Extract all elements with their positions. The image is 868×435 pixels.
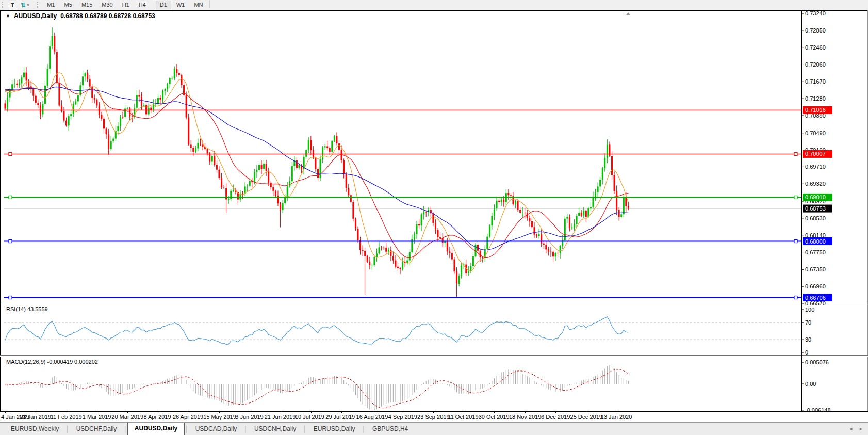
timeframe-button-w1[interactable]: W1 <box>172 1 189 9</box>
timeframe-button-m1[interactable]: M1 <box>43 1 59 9</box>
rsi-scale-label: 100 <box>805 307 814 313</box>
time-tick-label: 20 Mar 2019 <box>111 414 143 420</box>
chart-collapse-icon[interactable]: ▼ <box>6 13 10 19</box>
time-tick-label: 4 Sep 2019 <box>388 414 417 420</box>
rsi-scale-label: 0 <box>805 349 808 356</box>
hline-handle[interactable] <box>794 296 797 299</box>
svg-text:0.71016: 0.71016 <box>805 107 826 113</box>
time-tick <box>250 412 250 413</box>
chart-tab-bar: EURUSD,Weekly│USDCHF,Daily│AUDUSD,Daily│… <box>0 422 868 435</box>
time-tick-label: 11 Oct 2019 <box>448 414 478 420</box>
timeframe-button-m30[interactable]: M30 <box>97 1 117 9</box>
tab-scroll-right-icon[interactable]: ► <box>859 426 863 431</box>
time-tick <box>494 412 495 413</box>
time-tick <box>464 412 464 413</box>
toolbar-separator <box>34 1 34 9</box>
text-tool-button[interactable]: T <box>8 1 17 9</box>
chart-tab-eurusd-daily[interactable]: EURUSD,Daily <box>307 423 362 435</box>
chart-tab-usdcad-daily[interactable]: USDCAD,Daily <box>189 423 244 435</box>
hline-handle[interactable] <box>9 152 12 155</box>
price-tick-label: 0.68140 <box>805 232 826 238</box>
price-tick-label: 0.72850 <box>805 27 826 34</box>
time-tick <box>403 412 403 413</box>
timeframe-button-d1[interactable]: D1 <box>156 1 171 9</box>
time-tick-label: 26 Apr 2019 <box>173 414 203 420</box>
time-tick <box>341 412 342 413</box>
price-tick-label: 0.68530 <box>805 215 826 221</box>
hline-handle[interactable] <box>794 196 797 199</box>
timeframe-button-m15[interactable]: M15 <box>77 1 96 9</box>
timeframe-button-h4[interactable]: H4 <box>135 1 150 9</box>
time-tick <box>617 412 617 413</box>
hline-handle[interactable] <box>794 152 797 155</box>
time-tick-label: 18 Nov 2019 <box>509 414 541 420</box>
rsi-label: RSI(14) 43.5559 <box>6 306 48 312</box>
price-tick-label: 0.69710 <box>805 164 826 170</box>
price-tick-label: 0.72460 <box>805 44 826 51</box>
toolbar-separator <box>153 1 153 8</box>
tab-separator: │ <box>362 425 366 433</box>
chevron-down-icon: ▾ <box>27 3 29 7</box>
chart-canvas[interactable]: RSI(14) 43.5559MACD(12,26,9) -0.000419 0… <box>0 10 868 411</box>
chart-tab-usdcnh-daily[interactable]: USDCNH,Daily <box>248 423 303 435</box>
price-tick-label: 0.72060 <box>805 61 826 68</box>
hline-handle[interactable] <box>9 196 12 199</box>
time-tick-label: 11 Feb 2019 <box>51 414 82 420</box>
timeframe-button-mn[interactable]: MN <box>190 1 207 9</box>
time-tick <box>372 412 372 413</box>
hline-price-tag: 0.71016 <box>803 106 832 114</box>
time-tick <box>189 412 189 413</box>
svg-text:0.68000: 0.68000 <box>805 238 826 245</box>
price-tick-label: 0.66960 <box>805 283 826 289</box>
chart-quote-values: 0.68788 0.68789 0.68728 0.68753 <box>60 12 155 20</box>
price-tick-label: 0.67750 <box>805 249 826 255</box>
time-tick <box>525 412 526 413</box>
time-tick <box>433 412 434 413</box>
svg-text:0.68753: 0.68753 <box>805 205 826 212</box>
time-tick-label: 6 Dec 2019 <box>541 414 570 420</box>
hline-price-tag: 0.69010 <box>803 194 832 201</box>
timeframe-button-m5[interactable]: M5 <box>60 1 76 9</box>
price-tick-label: 0.73240 <box>805 10 826 17</box>
svg-text:0.69010: 0.69010 <box>805 194 826 200</box>
chart-tab-gbpusd-h4[interactable]: GBPUSD,H4 <box>366 423 415 435</box>
toolbar-grip[interactable] <box>2 2 5 8</box>
time-tick-label: 25 Dec 2019 <box>570 414 602 420</box>
price-tick-label: 0.70490 <box>805 130 826 136</box>
time-tick-label: 1 Mar 2019 <box>83 414 111 420</box>
time-tick <box>97 412 97 413</box>
price-tick-label: 0.71280 <box>805 95 826 102</box>
toolbar-grip-2[interactable] <box>37 2 40 8</box>
hline-handle[interactable] <box>794 240 797 243</box>
hline-price-tag: 0.70007 <box>803 150 832 158</box>
hline-handle[interactable] <box>9 240 12 243</box>
current-price-tag: 0.68753 <box>803 205 832 213</box>
tab-scroll-arrows: ◄ ► <box>848 426 863 431</box>
svg-text:0.70007: 0.70007 <box>805 151 826 157</box>
arrange-dropdown-button[interactable]: ⇅ ▾ <box>19 1 31 9</box>
timeframe-button-group: M1M5M15M30H1H4D1W1MN <box>42 1 212 9</box>
rsi-scale-label: 30 <box>805 336 811 343</box>
chart-tab-usdchf-daily[interactable]: USDCHF,Daily <box>70 423 124 435</box>
chart-tab-eurusd-weekly[interactable]: EURUSD,Weekly <box>4 423 65 435</box>
time-tick-label: 23 Jan 2019 <box>20 414 51 420</box>
arrange-icon: ⇅ <box>21 2 26 8</box>
timeframe-button-h1[interactable]: H1 <box>118 1 134 9</box>
time-tick <box>67 412 67 413</box>
macd-scale-label: 0.005076 <box>805 359 829 365</box>
chart-window-top-border <box>0 10 868 11</box>
time-tick <box>586 412 586 413</box>
time-tick <box>5 412 6 413</box>
time-tick-label: 3 Jun 2019 <box>235 414 263 420</box>
tab-separator: │ <box>303 425 307 433</box>
time-axis[interactable]: 4 Jan 201923 Jan 201911 Feb 20191 Mar 20… <box>0 411 868 422</box>
price-tick-label: 0.69320 <box>805 181 826 187</box>
price-axis-line <box>801 10 802 411</box>
time-tick <box>36 412 36 413</box>
macd-scale-label: 0.00 <box>805 381 816 387</box>
hline-handle[interactable] <box>9 296 12 299</box>
tab-scroll-left-icon[interactable]: ◄ <box>848 426 853 431</box>
time-tick-label: 30 Oct 2019 <box>479 414 510 420</box>
tab-separator: │ <box>65 425 70 433</box>
chart-tab-audusd-daily[interactable]: AUDUSD,Daily <box>127 423 185 435</box>
